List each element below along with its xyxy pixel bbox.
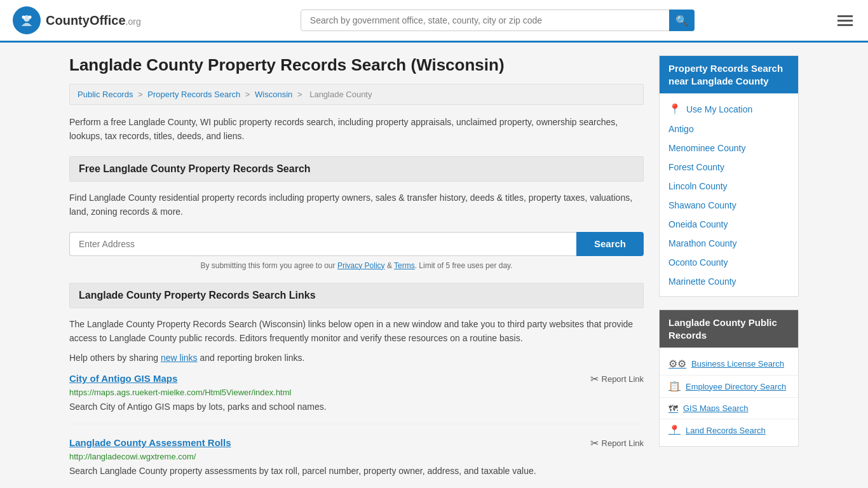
sidebar: Property Records Search near Langlade Co… xyxy=(659,55,799,488)
logo-icon xyxy=(13,6,41,34)
map-icon: 🗺 xyxy=(668,403,678,414)
hamburger-line-1 xyxy=(837,15,853,17)
sidebar-item-oneida[interactable]: Oneida County xyxy=(660,215,798,234)
header-search-area: 🔍 xyxy=(281,10,695,31)
link-desc-gis: Search City of Antigo GIS maps by lots, … xyxy=(69,400,644,414)
sidebar-item-shawano[interactable]: Shawano County xyxy=(660,196,798,215)
logo-org: .org xyxy=(126,17,141,27)
report-link-button-gis[interactable]: ✂ Report Link xyxy=(590,373,644,385)
sidebar-item-forest[interactable]: Forest County xyxy=(660,158,798,177)
link-desc-assessment: Search Langlade County property assessme… xyxy=(69,464,644,478)
hamburger-line-2 xyxy=(837,20,853,22)
sidebar-item-oconto[interactable]: Oconto County xyxy=(660,253,798,272)
link-item-header-2: Langlade County Assessment Rolls ✂ Repor… xyxy=(69,437,644,449)
links-section: Langlade County Property Records Search … xyxy=(69,283,644,488)
sidebar-item-label: Forest County xyxy=(668,162,724,172)
hamburger-line-3 xyxy=(837,24,853,26)
logo-area: CountyOffice.org xyxy=(13,6,141,34)
address-input[interactable] xyxy=(69,232,576,256)
nearby-box-header: Property Records Search near Langlade Co… xyxy=(660,56,798,93)
sidebar-item-label: Lincoln County xyxy=(668,181,728,191)
new-links-link[interactable]: new links xyxy=(161,353,198,363)
breadcrumb-public-records[interactable]: Public Records xyxy=(78,90,133,99)
report-label: Report Link xyxy=(602,374,644,384)
link-item: City of Antigo GIS Maps ✂ Report Link ht… xyxy=(69,373,644,424)
content-wrapper: Langlade County Property Records Search … xyxy=(59,43,809,488)
sidebar-item-employee-directory[interactable]: 📋 Employee Directory Search xyxy=(660,376,798,398)
directory-icon: 📋 xyxy=(668,381,681,392)
land-icon: 📍 xyxy=(668,424,681,436)
sidebar-item-business-license[interactable]: ⚙⚙ Business License Search xyxy=(660,353,798,376)
search-button[interactable]: Search xyxy=(576,232,644,256)
link-title-assessment[interactable]: Langlade County Assessment Rolls xyxy=(69,437,231,448)
sidebar-item-label: GIS Maps Search xyxy=(683,403,749,413)
breadcrumb-property-records-search[interactable]: Property Records Search xyxy=(147,90,240,99)
search-row: Search xyxy=(69,232,644,256)
sidebar-item-label: Marathon County xyxy=(668,238,736,248)
svg-point-2 xyxy=(22,16,25,19)
header-search-input[interactable] xyxy=(301,10,675,31)
svg-point-3 xyxy=(29,16,32,19)
link-url-gis: https://maps.ags.ruekert-mielke.com/Html… xyxy=(69,388,644,397)
hamburger-menu-button[interactable] xyxy=(835,13,855,29)
nearby-box-content: 📍 Use My Location Antigo Menominee Count… xyxy=(660,93,798,296)
form-note: By submitting this form you agree to our… xyxy=(69,261,644,270)
report-icon: ✂ xyxy=(590,373,599,385)
public-records-box-header: Langlade County Public Records xyxy=(660,310,798,348)
sidebar-item-label: Shawano County xyxy=(668,200,736,210)
breadcrumb-wisconsin[interactable]: Wisconsin xyxy=(255,90,292,99)
header-search-button[interactable]: 🔍 xyxy=(669,10,695,31)
sidebar-item-label: Antigo xyxy=(668,124,694,134)
public-records-box-content: ⚙⚙ Business License Search 📋 Employee Di… xyxy=(660,348,798,446)
use-my-location-link[interactable]: 📍 Use My Location xyxy=(660,98,798,119)
link-item: Langlade County Assessment Rolls ✂ Repor… xyxy=(69,437,644,488)
page-title: Langlade County Property Records Search … xyxy=(69,55,644,75)
free-search-description: Find Langlade County residential propert… xyxy=(69,191,644,219)
logo-text: CountyOffice.org xyxy=(46,13,141,28)
breadcrumb-current: Langlade County xyxy=(309,90,372,99)
sidebar-item-antigo[interactable]: Antigo xyxy=(660,119,798,139)
free-search-header: Free Langlade County Property Records Se… xyxy=(69,156,644,182)
free-search-section: Free Langlade County Property Records Se… xyxy=(69,156,644,270)
gear-icon: ⚙⚙ xyxy=(668,358,686,370)
main-content: Langlade County Property Records Search … xyxy=(69,55,644,488)
terms-link[interactable]: Terms xyxy=(394,261,415,270)
links-section-header: Langlade County Property Records Search … xyxy=(69,283,644,308)
privacy-policy-link[interactable]: Privacy Policy xyxy=(337,261,385,270)
sidebar-item-menominee[interactable]: Menominee County xyxy=(660,139,798,158)
sidebar-item-marathon[interactable]: Marathon County xyxy=(660,234,798,253)
sidebar-item-label: Business License Search xyxy=(691,359,784,369)
report-link-button-assessment[interactable]: ✂ Report Link xyxy=(590,437,644,449)
link-title-gis[interactable]: City of Antigo GIS Maps xyxy=(69,373,177,384)
nearby-box: Property Records Search near Langlade Co… xyxy=(659,55,799,297)
sidebar-item-label: Oconto County xyxy=(668,257,728,268)
report-label-2: Report Link xyxy=(602,438,644,448)
report-icon-2: ✂ xyxy=(590,437,599,449)
logo-brand: CountyOffice xyxy=(46,13,126,27)
page-description: Perform a free Langlade County, WI publi… xyxy=(69,115,644,144)
sidebar-item-marinette[interactable]: Marinette County xyxy=(660,272,798,291)
sidebar-item-label: Employee Directory Search xyxy=(686,382,786,391)
use-my-location-label: Use My Location xyxy=(686,104,752,114)
location-dot-icon: 📍 xyxy=(668,103,681,115)
address-search-area: Search By submitting this form you agree… xyxy=(69,232,644,270)
public-records-box: Langlade County Public Records ⚙⚙ Busine… xyxy=(659,309,799,447)
search-icon: 🔍 xyxy=(675,15,688,27)
links-description: The Langlade County Property Records Sea… xyxy=(69,317,644,346)
sidebar-item-label: Marinette County xyxy=(668,276,736,287)
share-note: Help others by sharing new links and rep… xyxy=(69,353,644,363)
header: CountyOffice.org 🔍 xyxy=(0,0,868,43)
sidebar-item-label: Land Records Search xyxy=(686,426,766,435)
sidebar-item-land-records[interactable]: 📍 Land Records Search xyxy=(660,419,798,441)
sidebar-item-lincoln[interactable]: Lincoln County xyxy=(660,177,798,196)
breadcrumb: Public Records > Property Records Search… xyxy=(69,84,644,105)
link-url-assessment: http://langladecowi.wgxtreme.com/ xyxy=(69,452,644,461)
link-item-header: City of Antigo GIS Maps ✂ Report Link xyxy=(69,373,644,385)
sidebar-item-gis-maps[interactable]: 🗺 GIS Maps Search xyxy=(660,398,798,419)
sidebar-item-label: Menominee County xyxy=(668,143,745,153)
sidebar-item-label: Oneida County xyxy=(668,219,728,229)
